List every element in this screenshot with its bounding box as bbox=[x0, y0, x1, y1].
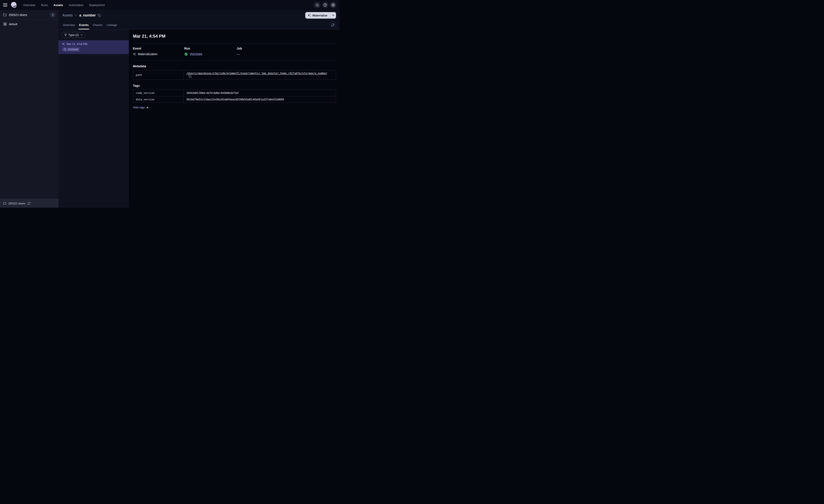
job-column-label: Job bbox=[237, 47, 336, 50]
materialize-split-button[interactable]: Materialize bbox=[305, 12, 336, 19]
event-filter-row: Type (2) bbox=[59, 29, 129, 40]
sidebar-group-label: 250321-dvers bbox=[9, 13, 27, 17]
tab-checks[interactable]: Checks bbox=[92, 21, 103, 29]
tag-value: 5816d76e51c13dac22e3fa182a654aa2d526fb50… bbox=[184, 96, 336, 103]
asset-catalog-sidebar: 250321-dvers 1 default 250321-dvers bbox=[0, 10, 59, 208]
asset-header: Assets a_number Materialize bbox=[59, 10, 339, 21]
event-column-label: Event bbox=[133, 47, 184, 50]
folder-icon bbox=[3, 13, 6, 17]
refresh-button[interactable] bbox=[329, 22, 336, 28]
hide-tags-label: Hide tags bbox=[133, 106, 145, 109]
event-run-job-section: Event Materialization Run bbox=[133, 47, 336, 56]
hamburger-menu-icon[interactable] bbox=[3, 3, 7, 6]
copy-path-icon[interactable] bbox=[188, 75, 192, 78]
job-value: — bbox=[237, 52, 240, 56]
tags-table: code_version 2fd32b85-59be-4d7d-8d6e-943… bbox=[133, 90, 336, 103]
sidebar-footer-label: 250321-dvers bbox=[8, 202, 25, 205]
nav-item-runs[interactable]: Runs bbox=[39, 3, 49, 8]
circle-dot-icon bbox=[64, 48, 66, 51]
sidebar-item-label: default bbox=[9, 22, 17, 26]
type-filter-label: Type (2) bbox=[69, 33, 79, 36]
sidebar-group-count-badge: 1 bbox=[50, 13, 56, 17]
run-id-link[interactable]: 2fd32b85 bbox=[190, 52, 202, 56]
event-timestamp: Mar 21, 4:54 PM bbox=[67, 42, 87, 46]
metadata-heading: Metadata bbox=[133, 65, 336, 68]
table-row: data_version 5816d76e51c13dac22e3fa182a6… bbox=[133, 96, 336, 103]
run-column-label: Run bbox=[184, 47, 237, 50]
materialization-sparkle-icon bbox=[133, 52, 136, 56]
divider bbox=[133, 60, 336, 60]
help-button[interactable] bbox=[322, 2, 328, 8]
nav-item-overview[interactable]: Overview bbox=[22, 3, 36, 8]
sidebar-spacer bbox=[0, 28, 59, 199]
event-list-panel: Type (2) Mar 21, 4:54 PM bbox=[59, 29, 129, 208]
sidebar-group-header[interactable]: 250321-dvers 1 bbox=[0, 10, 59, 20]
chevron-down-icon bbox=[332, 15, 334, 16]
event-type-value: Materialization bbox=[138, 52, 158, 56]
run-id-chip-label: 2fd32b85 bbox=[68, 48, 78, 51]
sidebar-item-default[interactable]: default bbox=[0, 20, 59, 28]
primary-nav: Overview Runs Assets Automation Deployme… bbox=[22, 3, 106, 8]
materialization-sparkle-icon bbox=[308, 14, 311, 17]
caret-up-icon bbox=[146, 107, 148, 108]
sidebar-footer-code-location[interactable]: 250321-dvers bbox=[0, 199, 59, 208]
tags-heading: Tags bbox=[133, 84, 336, 87]
search-icon bbox=[315, 3, 319, 7]
folder-icon bbox=[3, 202, 6, 205]
breadcrumb-assets-link[interactable]: Assets bbox=[62, 13, 73, 17]
tag-key: data_version bbox=[133, 96, 184, 103]
tab-lineage[interactable]: Lineage bbox=[106, 21, 118, 29]
sync-icon[interactable] bbox=[27, 202, 30, 205]
asset-tabs: Overview Events Checks Lineage bbox=[59, 21, 339, 29]
tag-key: code_version bbox=[133, 90, 184, 96]
nav-item-deployment[interactable]: Deployment bbox=[88, 3, 106, 8]
tag-value: 2fd32b85-59be-4d7d-8d6e-943b6b3d73cf bbox=[184, 90, 336, 96]
help-icon bbox=[323, 3, 327, 7]
sync-icon bbox=[331, 23, 334, 27]
metadata-key: path bbox=[133, 70, 184, 80]
materialization-sparkle-icon bbox=[62, 43, 65, 46]
event-detail-panel: Mar 21, 4:54 PM Event Materialization bbox=[129, 29, 339, 208]
nav-item-automation[interactable]: Automation bbox=[67, 3, 85, 8]
metadata-path-link[interactable]: /Users/smackesey/stm/code/elementl/exper… bbox=[186, 72, 327, 75]
type-filter-button[interactable]: Type (2) bbox=[62, 32, 85, 38]
tab-events[interactable]: Events bbox=[79, 21, 89, 29]
hide-tags-link[interactable]: Hide tags bbox=[133, 106, 148, 109]
nav-item-assets[interactable]: Assets bbox=[52, 3, 64, 8]
event-list-item[interactable]: Mar 21, 4:54 PM 2fd32b85 bbox=[59, 40, 129, 54]
search-button[interactable] bbox=[314, 2, 320, 8]
materialize-button[interactable]: Materialize bbox=[305, 12, 330, 19]
run-id-chip[interactable]: 2fd32b85 bbox=[62, 47, 80, 52]
materialize-dropdown-button[interactable] bbox=[330, 12, 336, 19]
asset-name-title: a_number bbox=[79, 13, 96, 17]
run-success-check-icon bbox=[184, 52, 188, 56]
dagster-logo-icon[interactable] bbox=[10, 1, 17, 9]
tab-overview[interactable]: Overview bbox=[62, 21, 75, 29]
metadata-table: path /Users/smackesey/stm/code/elementl/… bbox=[133, 70, 336, 80]
top-nav: Overview Runs Assets Automation Deployme… bbox=[0, 0, 339, 10]
materialize-button-label: Materialize bbox=[312, 14, 327, 17]
settings-button[interactable] bbox=[330, 2, 336, 8]
table-row: path /Users/smackesey/stm/code/elementl/… bbox=[133, 70, 336, 80]
copy-asset-name-icon[interactable] bbox=[98, 14, 101, 17]
asset-group-icon bbox=[3, 22, 7, 26]
table-row: code_version 2fd32b85-59be-4d7d-8d6e-943… bbox=[133, 90, 336, 96]
funnel-icon bbox=[64, 34, 67, 36]
gear-icon bbox=[331, 3, 335, 7]
divider bbox=[133, 43, 336, 43]
chevron-right-icon bbox=[75, 14, 78, 17]
event-detail-title: Mar 21, 4:54 PM bbox=[133, 33, 336, 39]
chevron-down-icon bbox=[80, 34, 83, 36]
